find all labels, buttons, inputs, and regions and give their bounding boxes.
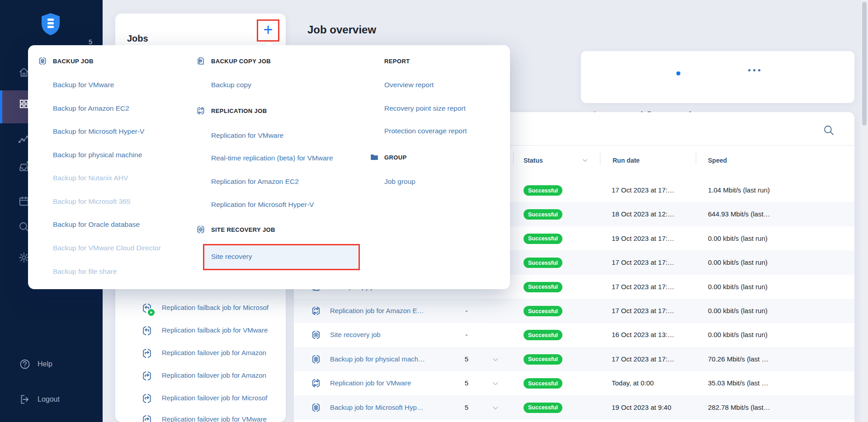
job-count: 5 (460, 379, 473, 387)
job-list-item-label[interactable]: Replication failover job for Amazon (162, 371, 266, 379)
backup-icon (38, 56, 47, 66)
more-options-icon[interactable] (748, 69, 760, 71)
backup-job-icon (311, 354, 321, 365)
expand-chevron-down-icon[interactable] (491, 404, 500, 412)
sidebar-item-logout[interactable]: Logout (19, 394, 60, 405)
column-header-status[interactable]: Status (524, 157, 543, 164)
speed-cell: 0.00 kbit/s (last run) (708, 283, 768, 291)
status-badge: Successful (524, 354, 562, 365)
speed-cell: 70.26 Mbit/s (last … (708, 355, 768, 363)
app-logo-shield-icon (41, 13, 61, 36)
column-divider (696, 152, 696, 164)
logout-label: Logout (38, 395, 60, 403)
menu-item-job-group[interactable]: Job group (384, 176, 415, 187)
search-icon[interactable] (823, 124, 835, 136)
list-item[interactable]: Replication failover job for Amazon (115, 343, 286, 363)
menu-section-header: SITE RECOVERY JOB (211, 224, 275, 235)
speed-cell: 0.00 kbit/s (last run) (708, 331, 768, 338)
menu-item-overview-report[interactable]: Overview report (384, 80, 434, 90)
job-list-item-label[interactable]: Replication failback job for Microsof (162, 304, 269, 311)
list-item[interactable]: Replication failover job for VMware (115, 410, 286, 422)
table-row: Site recovery job-Successful16 Oct 2023 … (294, 323, 854, 347)
speed-cell: 1.04 Mbit/s (last run) (708, 186, 770, 194)
backup-job-icon (311, 402, 321, 413)
menu-item-protection-coverage-report[interactable]: Protection coverage report (384, 126, 467, 136)
menu-item-replication-for-amazon-ec2[interactable]: Replication for Amazon EC2 (211, 176, 299, 187)
speed-cell: 35.03 Mbit/s (last … (708, 379, 768, 387)
speed-cell: 644.93 Mbit/s (last… (708, 210, 770, 218)
help-label: Help (38, 360, 52, 368)
expand-chevron-down-icon[interactable] (491, 356, 500, 364)
menu-section-header: BACKUP COPY JOB (211, 56, 271, 66)
job-list-item-label[interactable]: Replication failover job for VMware (162, 415, 267, 422)
speed-cell: 0.00 kbit/s (last run) (708, 258, 768, 266)
menu-item-replication-for-microsoft-hyper-v[interactable]: Replication for Microsoft Hyper-V (211, 199, 314, 210)
sidebar-item-help[interactable]: Help (19, 358, 52, 370)
column-header-speed[interactable]: Speed (708, 157, 727, 164)
sidebar-active-indicator (0, 90, 2, 123)
job-name-link[interactable]: Replication job for VMware (330, 379, 411, 387)
running-status-dot (676, 71, 680, 75)
table-row: Replication job for Amazon E…-Successful… (294, 299, 854, 323)
column-header-run-date[interactable]: Run date (613, 157, 640, 164)
menu-item-backup-copy[interactable]: Backup copy (211, 80, 251, 90)
job-name-link[interactable]: Backup job for physical mach… (330, 355, 425, 363)
menu-item-backup-for-amazon-ec2[interactable]: Backup for Amazon EC2 (53, 103, 129, 114)
job-count: - (460, 307, 473, 314)
list-item[interactable]: Replication failover job for Amazon (115, 366, 286, 386)
list-item[interactable]: Replication failback job for Microsof (115, 298, 286, 318)
status-badge: Successful (524, 306, 562, 316)
job-overview-stats-card: 1 Issue 18 Jobs 1 Running More (581, 51, 854, 103)
menu-item-backup-for-physical-machine[interactable]: Backup for physical machine (53, 150, 142, 160)
screen: 5 Help Logout Jobs + Replication failbac… (0, 0, 868, 422)
failover-job-icon (141, 370, 153, 382)
expand-chevron-down-icon[interactable] (491, 380, 500, 388)
run-date-cell: 17 Oct 2023 at 17:… (612, 307, 674, 314)
run-date-cell: 17 Oct 2023 at 17:… (612, 355, 674, 363)
run-date-cell: 16 Oct 2023 at 13:… (612, 331, 674, 338)
menu-item-backup-for-vmware[interactable]: Backup for VMware (53, 80, 114, 90)
status-badge: Successful (524, 185, 562, 196)
create-job-menu: BACKUP JOBBackup for VMwareBackup for Am… (28, 45, 510, 289)
job-name-link[interactable]: Backup job for Microsoft Hyp… (330, 403, 424, 411)
table-row: Backup job for physical mach…5Successful… (294, 347, 854, 371)
menu-section-header: GROUP (384, 152, 407, 163)
scrollbar-thumb[interactable] (862, 2, 867, 126)
column-divider (513, 152, 514, 164)
list-item[interactable]: Replication failback job for VMware (115, 321, 286, 341)
run-date-cell: 19 Oct 2023 at 9:40 (612, 403, 671, 411)
run-date-cell: Today, at 0:00 (612, 379, 654, 387)
list-item[interactable]: Replication failover job for Microsof (115, 389, 286, 408)
jobs-panel-title: Jobs (127, 33, 148, 44)
replication-job-icon (311, 378, 321, 389)
menu-item-replication-for-vmware[interactable]: Replication for VMware (211, 130, 283, 141)
running-play-badge-icon (147, 308, 156, 317)
status-badge: Successful (524, 330, 562, 340)
job-count: - (460, 331, 473, 338)
status-filter-chevron-down-icon[interactable] (581, 157, 589, 164)
job-list-item-label[interactable]: Replication failover job for Microsof (162, 394, 267, 402)
status-badge: Successful (524, 209, 562, 220)
speed-cell: 282.78 Mbit/s (last… (708, 403, 770, 411)
menu-item-backup-for-microsoft-365: Backup for Microsoft 365 (53, 196, 130, 207)
run-date-cell: 19 Oct 2023 at 17:… (612, 234, 674, 242)
job-count: 5 (460, 355, 473, 363)
job-name-link[interactable]: Site recovery job (330, 331, 381, 338)
job-list-item-label[interactable]: Replication failover job for Amazon (162, 349, 266, 356)
job-name-link[interactable]: Replication job for Amazon E… (330, 307, 424, 314)
menu-item-real-time-replication-beta-for-vmware[interactable]: Real-time replication (beta) for VMware (211, 153, 333, 164)
menu-item-backup-for-oracle-database[interactable]: Backup for Oracle database (53, 219, 140, 230)
add-job-annotation-box: + (257, 19, 279, 42)
job-count: 5 (460, 403, 473, 411)
status-badge: Successful (524, 378, 562, 389)
menu-item-recovery-point-size-report[interactable]: Recovery point size report (384, 103, 466, 114)
job-list-item-label[interactable]: Replication failback job for VMware (162, 326, 268, 334)
menu-item-backup-for-microsoft-hyper-v[interactable]: Backup for Microsoft Hyper-V (53, 126, 144, 137)
add-job-button[interactable]: + (263, 22, 273, 38)
help-icon (19, 358, 31, 370)
site-recovery-job-icon (311, 329, 321, 340)
site-recovery-icon (196, 225, 206, 234)
status-badge: Successful (524, 258, 562, 268)
site-recovery-annotation-box (203, 244, 360, 270)
menu-section-header: REPORT (384, 56, 410, 66)
